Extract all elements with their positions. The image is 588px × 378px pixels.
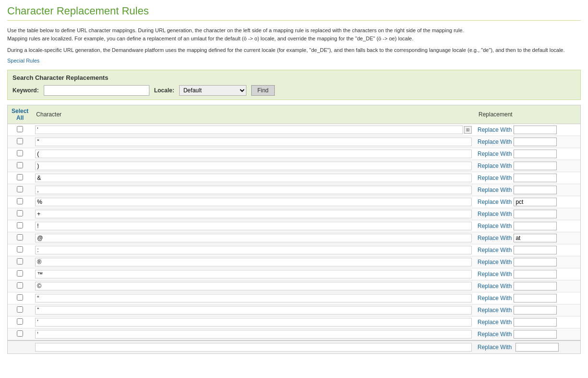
search-section: Search Character Replacements Keyword: L…: [7, 70, 581, 100]
replacement-cell: Replace With: [475, 280, 580, 292]
char-input[interactable]: [35, 246, 472, 254]
replace-with-input[interactable]: [514, 222, 557, 230]
replace-with-input[interactable]: [514, 198, 557, 206]
char-input[interactable]: [35, 198, 472, 206]
table-row: Replace With: [8, 316, 580, 328]
char-input[interactable]: [35, 126, 463, 134]
description-block: Use the table below to define URL charac…: [7, 26, 581, 42]
table-row: ⊞Replace With: [8, 124, 580, 136]
char-input[interactable]: [35, 270, 472, 278]
row-checkbox[interactable]: [17, 282, 23, 289]
replace-with-input[interactable]: [514, 294, 557, 302]
char-input[interactable]: [35, 282, 472, 290]
table-row: Replace With: [8, 280, 580, 292]
row-checkbox[interactable]: [17, 150, 23, 156]
replacement-cell: Replace With: [475, 220, 580, 232]
special-rules-link[interactable]: Special Rules: [7, 58, 39, 63]
row-checkbox[interactable]: [17, 318, 23, 325]
row-checkbox[interactable]: [17, 258, 23, 265]
char-input[interactable]: [35, 318, 472, 327]
char-input[interactable]: [35, 186, 472, 194]
replace-with-input[interactable]: [514, 318, 557, 327]
new-rule-row: Replace With: [8, 340, 580, 353]
char-input[interactable]: [35, 330, 472, 339]
replace-with-input[interactable]: [514, 330, 557, 339]
char-cell: [32, 148, 475, 160]
replace-with-input[interactable]: [514, 306, 557, 315]
table-row: Replace With: [8, 232, 580, 244]
replace-with-label: Replace With: [478, 235, 512, 241]
char-input[interactable]: [35, 174, 472, 182]
replace-with-input[interactable]: [514, 258, 557, 266]
replace-with-input[interactable]: [514, 210, 557, 218]
replacement-cell: Replace With: [475, 196, 580, 208]
row-checkbox[interactable]: [17, 138, 23, 144]
row-checkbox[interactable]: [17, 294, 23, 301]
row-checkbox-cell: [8, 148, 32, 160]
table-row: Replace With: [8, 292, 580, 304]
desc-line3-block: During a locale-specific URL generation,…: [7, 46, 581, 54]
find-button[interactable]: Find: [251, 85, 275, 96]
table-header-row: Select All Character Replacement: [8, 105, 580, 124]
row-checkbox[interactable]: [17, 222, 23, 228]
row-checkbox-cell: [8, 304, 32, 316]
row-checkbox[interactable]: [17, 186, 23, 192]
new-rule-char-input[interactable]: [35, 343, 472, 352]
replace-with-input[interactable]: [514, 282, 557, 290]
row-checkbox[interactable]: [17, 198, 23, 204]
replace-with-input[interactable]: [514, 162, 557, 170]
replace-with-input[interactable]: [514, 138, 557, 146]
row-checkbox-cell: [8, 280, 32, 292]
row-checkbox-cell: [8, 172, 32, 184]
char-cell: [32, 172, 475, 184]
row-checkbox-cell: [8, 124, 32, 136]
edit-icon[interactable]: ⊞: [464, 126, 472, 134]
replace-with-input[interactable]: [514, 246, 557, 254]
replace-with-label: Replace With: [478, 223, 512, 229]
row-checkbox[interactable]: [17, 234, 23, 240]
char-input[interactable]: [35, 294, 472, 302]
replace-with-input[interactable]: [514, 150, 557, 158]
char-input[interactable]: [35, 150, 472, 158]
replacement-cell: Replace With: [475, 124, 580, 136]
char-input[interactable]: [35, 138, 472, 146]
replace-with-label: Replace With: [478, 126, 512, 133]
desc-line2: Mapping rules are localized. For example…: [7, 35, 581, 43]
row-checkbox[interactable]: [17, 246, 23, 252]
char-input[interactable]: [35, 306, 472, 315]
table-footer: Replace With: [8, 340, 580, 353]
row-checkbox[interactable]: [17, 174, 23, 180]
row-checkbox[interactable]: [17, 210, 23, 216]
row-checkbox-cell: [8, 136, 32, 148]
locale-select[interactable]: Defaultdede_DEfrfr_FRenen_US: [179, 85, 246, 96]
row-checkbox-cell: [8, 316, 32, 328]
replacement-table: Select All Character Replacement ⊞Replac…: [8, 105, 580, 353]
replace-with-label: Replace With: [478, 247, 512, 253]
char-input[interactable]: [35, 222, 472, 230]
replace-with-label: Replace With: [478, 199, 512, 205]
row-checkbox[interactable]: [17, 270, 23, 277]
replacement-col-header: Replacement: [475, 105, 580, 124]
row-checkbox-cell: [8, 232, 32, 244]
char-input[interactable]: [35, 162, 472, 170]
char-input[interactable]: [35, 234, 472, 242]
new-rule-replace-input[interactable]: [515, 343, 559, 352]
row-checkbox[interactable]: [17, 306, 23, 313]
row-checkbox[interactable]: [17, 162, 23, 168]
keyword-input[interactable]: [44, 85, 149, 96]
replace-with-input[interactable]: [514, 174, 557, 182]
table-row: Replace With: [8, 184, 580, 196]
char-input[interactable]: [35, 258, 472, 266]
replace-with-input[interactable]: [514, 126, 557, 134]
table-row: Replace With: [8, 136, 580, 148]
row-checkbox[interactable]: [17, 126, 23, 132]
table-row: Replace With: [8, 220, 580, 232]
char-input[interactable]: [35, 210, 472, 218]
replace-with-input[interactable]: [514, 186, 557, 194]
replace-with-input[interactable]: [514, 270, 557, 278]
char-cell: [32, 136, 475, 148]
select-all-link[interactable]: Select All: [12, 108, 28, 121]
row-checkbox[interactable]: [17, 330, 23, 337]
replace-with-input[interactable]: [514, 234, 557, 242]
replacement-cell: Replace With: [475, 316, 580, 328]
